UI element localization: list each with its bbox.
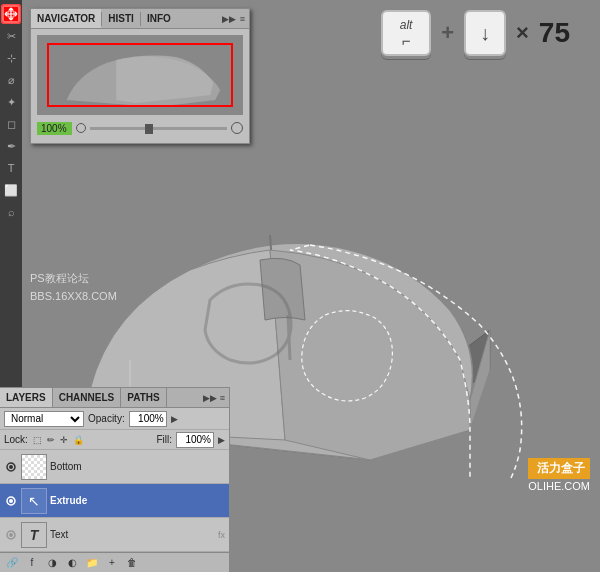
shape-tool[interactable]: ⬜: [1, 180, 21, 200]
tab-channels[interactable]: CHANNELS: [53, 388, 122, 407]
layer-item-text[interactable]: T Text fx: [0, 518, 229, 552]
plus-sign: +: [441, 20, 454, 46]
down-arrow-symbol: ↓: [480, 22, 490, 45]
mask-btn[interactable]: ◑: [44, 555, 60, 571]
watermark-line1: PS教程论坛: [30, 270, 117, 288]
eraser-tool[interactable]: ◻: [1, 114, 21, 134]
lock-all-icon[interactable]: 🔒: [72, 434, 85, 446]
keyboard-shortcut-area: alt ⌐ + ↓ × 75: [381, 10, 570, 56]
lasso-tool[interactable]: ✂: [1, 26, 21, 46]
layer-item-extrude[interactable]: ↖ Extrude: [0, 484, 229, 518]
fill-arrow[interactable]: ▶: [218, 435, 225, 445]
layers-menu-icon[interactable]: ≡: [220, 393, 225, 403]
layers-header: LAYERS CHANNELS PATHS ▶▶ ≡: [0, 388, 229, 408]
zoom-tool[interactable]: ⌕: [1, 202, 21, 222]
svg-point-2: [9, 465, 13, 469]
times-count: 75: [539, 17, 570, 49]
nav-zoom-bar: 100%: [37, 119, 243, 137]
tab-info[interactable]: INFO: [141, 9, 177, 28]
lock-move-icon[interactable]: ✛: [59, 434, 69, 446]
lock-transparent-icon[interactable]: ⬚: [32, 434, 43, 446]
crop-tool[interactable]: ⊹: [1, 48, 21, 68]
layer-thumbnail-extrude: ↖: [21, 488, 47, 514]
layers-bottom-bar: 🔗 f ◑ ◐ 📁 + 🗑: [0, 552, 229, 572]
adjustment-btn[interactable]: ◐: [64, 555, 80, 571]
layers-panel-options: ▶▶ ≡: [203, 393, 229, 403]
layer-fx-badge: fx: [218, 530, 225, 540]
brush-tool[interactable]: ⌀: [1, 70, 21, 90]
svg-point-4: [9, 499, 13, 503]
layer-visibility-bottom[interactable]: [4, 460, 18, 474]
lock-row: Lock: ⬚ ✏ ✛ 🔒 Fill: ▶: [0, 430, 229, 450]
type-tool[interactable]: T: [1, 158, 21, 178]
layer-style-btn[interactable]: f: [24, 555, 40, 571]
tab-histi[interactable]: HISTI: [102, 9, 140, 28]
navigator-header: NAVIGATOR HISTI INFO ▶▶ ≡: [31, 9, 249, 29]
lock-label: Lock:: [4, 434, 28, 445]
navigator-panel: NAVIGATOR HISTI INFO ▶▶ ≡ 100%: [30, 8, 250, 144]
tab-navigator[interactable]: NAVIGATOR: [31, 9, 101, 28]
zoom-slider-track[interactable]: [90, 127, 227, 130]
nav-preview-inner: [37, 35, 243, 115]
layer-item-bottom[interactable]: Bottom: [0, 450, 229, 484]
fill-input[interactable]: [176, 432, 214, 448]
zoom-slider-thumb[interactable]: [145, 124, 153, 134]
down-arrow-key: ↓: [464, 10, 506, 56]
pen-tool[interactable]: ✒: [1, 136, 21, 156]
lock-icons: ⬚ ✏ ✛ 🔒: [32, 434, 85, 446]
layer-thumbnail-text: T: [21, 522, 47, 548]
layers-list: Bottom ↖ Extrude T Text fx: [0, 450, 229, 552]
move-tool[interactable]: [1, 4, 21, 24]
zoom-out-icon[interactable]: [76, 123, 86, 133]
opacity-arrow[interactable]: ▶: [171, 414, 178, 424]
link-layers-btn[interactable]: 🔗: [4, 555, 20, 571]
delete-layer-btn[interactable]: 🗑: [124, 555, 140, 571]
zoom-percent-label: 100%: [37, 122, 72, 135]
layer-name-text: Text: [50, 529, 215, 540]
opacity-input[interactable]: [129, 411, 167, 427]
nav-menu-icon[interactable]: ≡: [240, 14, 245, 24]
zoom-in-icon[interactable]: [231, 122, 243, 134]
layer-cursor-icon: ↖: [24, 491, 44, 511]
layer-visibility-text[interactable]: [4, 528, 18, 542]
tab-paths[interactable]: PATHS: [121, 388, 166, 407]
blend-mode-select[interactable]: Normal: [4, 411, 84, 427]
lock-paint-icon[interactable]: ✏: [46, 434, 56, 446]
site-url: OLIHE.COM: [528, 480, 590, 492]
watermark: PS教程论坛 BBS.16XX8.COM: [30, 270, 117, 305]
layer-thumbnail-bottom: [21, 454, 47, 480]
clone-tool[interactable]: ✦: [1, 92, 21, 112]
new-layer-btn[interactable]: +: [104, 555, 120, 571]
tab-layers[interactable]: LAYERS: [0, 388, 53, 407]
navigator-body: 100%: [31, 29, 249, 143]
layer-name-extrude: Extrude: [50, 495, 225, 506]
layers-panel: LAYERS CHANNELS PATHS ▶▶ ≡ Normal Opacit…: [0, 387, 230, 572]
times-sign: ×: [516, 20, 529, 46]
bottom-logo: 活力盒子 OLIHE.COM: [528, 458, 590, 492]
nav-preview: [37, 35, 243, 115]
navigator-options: ▶▶ ≡: [222, 14, 249, 24]
group-btn[interactable]: 📁: [84, 555, 100, 571]
alt-key: alt ⌐: [381, 10, 431, 56]
layer-name-bottom: Bottom: [50, 461, 225, 472]
alt-key-label: alt: [400, 19, 413, 31]
fill-label: Fill:: [156, 434, 172, 445]
layers-double-arrow[interactable]: ▶▶: [203, 393, 217, 403]
thumb-checker: [22, 455, 46, 479]
alt-key-symbol: ⌐: [402, 33, 411, 48]
watermark-line2: BBS.16XX8.COM: [30, 288, 117, 306]
opacity-label: Opacity:: [88, 413, 125, 424]
layer-visibility-extrude[interactable]: [4, 494, 18, 508]
nav-double-arrow[interactable]: ▶▶: [222, 14, 236, 24]
nav-red-box: [47, 43, 233, 107]
brand-name: 活力盒子: [528, 458, 590, 479]
blend-mode-row: Normal Opacity: ▶: [0, 408, 229, 430]
svg-point-6: [9, 533, 13, 537]
